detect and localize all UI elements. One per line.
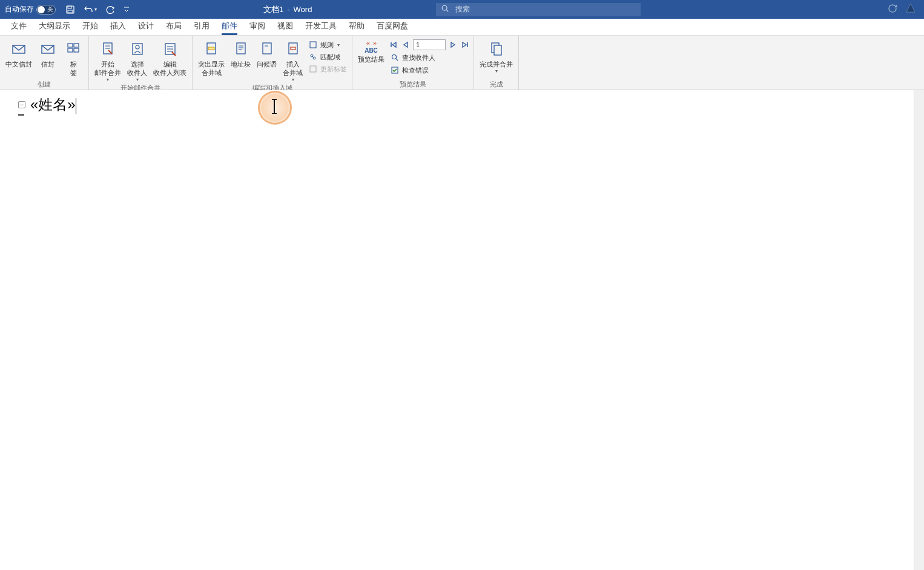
update-icon: [308, 64, 318, 74]
svg-point-38: [392, 55, 397, 59]
insert-field-label: 插入 合并域: [283, 60, 303, 77]
group-preview-label: 预览结果: [400, 80, 426, 90]
chevron-down-icon: ▾: [292, 77, 294, 82]
check-errors-button[interactable]: 检查错误: [389, 65, 470, 76]
group-preview: « » ABC 预览结果 查找收件人 检查错误: [352, 36, 474, 90]
envelope-button[interactable]: 信封: [36, 38, 59, 70]
undo-icon: [84, 5, 93, 15]
last-record-button[interactable]: [460, 40, 470, 50]
search-placeholder: 搜索: [455, 4, 470, 15]
chevron-down-icon: ▾: [94, 7, 97, 12]
envelope-cn-icon: [9, 39, 28, 59]
redo-button[interactable]: [105, 5, 115, 15]
select-recipients-icon: [128, 39, 147, 59]
check-icon: [390, 65, 400, 75]
save-button[interactable]: [65, 5, 75, 15]
tab-baidu[interactable]: 百度网盘: [371, 18, 414, 35]
greeting-label: 问候语: [257, 60, 277, 68]
update-label: 更新标签: [320, 65, 347, 74]
check-label: 检查错误: [402, 66, 429, 75]
search-box[interactable]: 搜索: [436, 3, 641, 16]
doc-name: 文档1: [263, 4, 283, 15]
address-block-button[interactable]: 地址块: [229, 38, 252, 70]
outline-underline: [18, 114, 24, 116]
customize-qat-button[interactable]: [124, 5, 130, 15]
sync-icon[interactable]: [886, 2, 899, 17]
tab-references[interactable]: 引用: [188, 18, 216, 35]
tab-help[interactable]: 帮助: [343, 18, 371, 35]
address-label: 地址块: [231, 60, 251, 68]
group-start-merge: 开始 邮件合并 ▾ 选择 收件人 ▾ 编辑 收件人列表 开始邮件合并: [89, 36, 193, 90]
app-name: Word: [294, 5, 312, 14]
merge-field-text[interactable]: «姓名»: [30, 95, 76, 114]
tab-file[interactable]: 文件: [5, 18, 33, 35]
edit-recipients-icon: [160, 39, 180, 59]
greeting-icon: [257, 39, 277, 59]
chevron-down-icon: ▾: [495, 68, 498, 74]
envelope-label: 信封: [41, 60, 54, 68]
chinese-envelope-button[interactable]: 中文信封: [4, 38, 34, 70]
address-icon: [231, 39, 251, 59]
rules-icon: [308, 40, 318, 50]
tab-home[interactable]: 开始: [76, 18, 104, 35]
tab-view[interactable]: 视图: [271, 18, 299, 35]
outline-collapse-icon[interactable]: [18, 101, 25, 108]
svg-rect-23: [237, 43, 245, 54]
next-record-button[interactable]: [448, 40, 458, 50]
quick-access-toolbar: ▾: [65, 5, 130, 15]
finish-icon: [487, 39, 506, 59]
match-fields-button[interactable]: 匹配域: [307, 51, 348, 62]
tab-layout[interactable]: 布局: [160, 18, 188, 35]
field-name: «姓名»: [30, 96, 76, 113]
finish-merge-button[interactable]: 完成并合并 ▾: [478, 38, 515, 75]
vertical-scrollbar[interactable]: [914, 90, 924, 570]
edit-recipients-label: 编辑 收件人列表: [153, 60, 186, 77]
svg-rect-31: [310, 42, 316, 48]
record-number-input[interactable]: [413, 39, 446, 50]
start-merge-icon: [98, 39, 117, 59]
find-recipient-button[interactable]: 查找收件人: [389, 52, 470, 63]
insert-field-icon: [283, 39, 303, 59]
rules-label: 规则: [320, 41, 334, 50]
tab-mailings[interactable]: 邮件: [216, 18, 243, 35]
svg-line-39: [396, 59, 398, 61]
titlebar-right: [886, 2, 917, 17]
svg-rect-29: [289, 43, 297, 54]
autosave-label: 自动保存: [5, 4, 34, 15]
find-label: 查找收件人: [402, 53, 435, 62]
select-recipients-button[interactable]: 选择 收件人 ▾: [125, 38, 149, 84]
notification-icon[interactable]: [905, 2, 917, 17]
labels-button[interactable]: 标 签: [62, 38, 85, 78]
tab-outline[interactable]: 大纲显示: [33, 18, 76, 35]
tab-developer[interactable]: 开发工具: [299, 18, 343, 35]
svg-rect-30: [291, 47, 295, 50]
svg-point-16: [136, 45, 139, 49]
edit-recipients-button[interactable]: 编辑 收件人列表: [151, 38, 188, 78]
autosave-toggle[interactable]: 自动保存 关: [5, 4, 56, 15]
greeting-button[interactable]: 问候语: [255, 38, 279, 70]
svg-rect-9: [74, 44, 79, 47]
undo-split-button[interactable]: ▾: [84, 5, 97, 15]
rules-button[interactable]: 规则 ▾: [307, 39, 348, 50]
prev-record-button[interactable]: [401, 40, 411, 50]
tab-review[interactable]: 审阅: [243, 18, 271, 35]
preview-label: 预览结果: [358, 55, 384, 64]
insert-merge-field-button[interactable]: 插入 合并域 ▾: [281, 38, 305, 84]
document-area[interactable]: «姓名»: [0, 90, 924, 570]
svg-rect-1: [68, 6, 71, 8]
match-label: 匹配域: [320, 53, 340, 62]
tab-insert[interactable]: 插入: [104, 18, 132, 35]
start-merge-button[interactable]: 开始 邮件合并 ▾: [93, 38, 123, 84]
first-record-button[interactable]: [389, 40, 398, 50]
preview-results-button[interactable]: « » ABC 预览结果: [356, 38, 386, 65]
svg-rect-22: [208, 47, 214, 50]
group-write-insert: 突出显示 合并域 地址块 问候语 插入 合并域 ▾ 规则 ▾: [193, 36, 352, 90]
preview-abc-icon: ABC: [365, 47, 378, 54]
autosave-switch[interactable]: 关: [36, 5, 56, 15]
preview-brackets-icon: « »: [366, 39, 377, 47]
tab-design[interactable]: 设计: [132, 18, 160, 35]
svg-rect-2: [68, 10, 73, 13]
document-title: 文档1 - Word: [263, 4, 312, 15]
envelope-icon: [38, 39, 58, 59]
highlight-fields-button[interactable]: 突出显示 合并域: [196, 38, 226, 78]
